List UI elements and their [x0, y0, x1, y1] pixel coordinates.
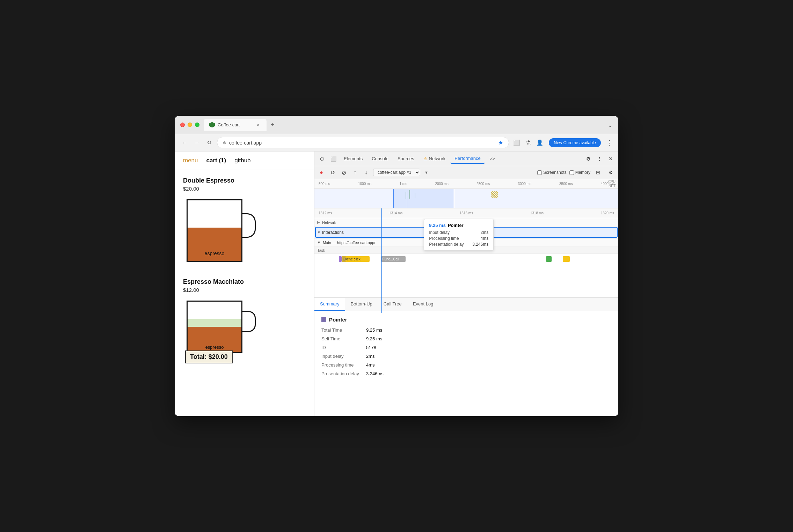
event-bar-fl[interactable] [342, 256, 346, 262]
perf-gear-icon[interactable]: ⚙ [606, 168, 616, 177]
minimize-button[interactable] [188, 123, 192, 127]
menu-nav-link[interactable]: menu [183, 157, 198, 164]
back-button[interactable]: ← [180, 138, 189, 147]
summary-presentation-delay: Presentation delay 3.246ms [321, 371, 611, 376]
ruler-label-1500: 1 ms [400, 182, 407, 186]
maximize-button[interactable] [195, 123, 199, 127]
new-tab-button[interactable]: + [268, 120, 277, 130]
selection-line [407, 189, 407, 208]
perf-settings-icon[interactable]: ⊞ [593, 168, 603, 177]
browser-window: Coffee cart × + ⌄ ← → ↻ ⊕ coffee-cart.ap… [175, 116, 618, 416]
task-label: Task [317, 248, 325, 252]
memory-checkbox[interactable] [569, 170, 574, 175]
lock-icon: ⊕ [223, 140, 226, 145]
detail-ruler-inner: 1312 ms 1314 ms 1316 ms 1318 ms 1320 ms [319, 211, 614, 215]
tab-performance[interactable]: Performance [450, 154, 485, 164]
event-bar-click[interactable]: Event: click [342, 256, 370, 262]
screenshots-checkbox-label: Screenshots [537, 170, 567, 175]
refresh-button[interactable]: ↻ [205, 138, 213, 147]
tab-more[interactable]: >> [486, 154, 499, 163]
more-options-icon[interactable]: ⋮ [606, 139, 613, 147]
new-chrome-button[interactable]: New Chrome available [549, 138, 601, 147]
product-2: Espresso Macchiato $12.00 espresso Total… [183, 278, 306, 367]
tooltip-input-delay: Input delay 2ms [429, 230, 488, 235]
detail-ruler-1320: 1320 ms [601, 211, 614, 215]
event-bar-ep[interactable] [339, 256, 342, 262]
summary-self-time: Self Time 9.25 ms [321, 336, 611, 341]
tab-title: Coffee cart [218, 122, 240, 127]
url-bar[interactable]: ⊕ coffee-cart.app ★ [217, 137, 509, 148]
product-2-price: $12.00 [183, 287, 306, 293]
active-tab[interactable]: Coffee cart × [204, 119, 267, 131]
product-1-image: espresso [183, 196, 260, 273]
ruler-label-3000: 3000 ms [518, 182, 531, 186]
target-dropdown-arrow[interactable]: ▼ [424, 170, 428, 175]
detail-ruler: 1312 ms 1314 ms 1316 ms 1318 ms 1320 ms [314, 208, 618, 218]
tab-event-log[interactable]: Event Log [407, 298, 439, 311]
tab-sources[interactable]: Sources [393, 154, 419, 163]
main-track-label: Main — https://coffee-cart.app/ [323, 241, 375, 245]
tooltip-name: Pointer [448, 223, 464, 228]
profile-icon[interactable]: 👤 [536, 139, 543, 146]
timeline-container: 500 ms 1000 ms 1 ms 2000 ms 2500 ms 3000… [314, 179, 618, 416]
network-track-label: Network [322, 220, 336, 224]
inspect-element-button[interactable]: ⬡ [317, 154, 327, 164]
flask-icon[interactable]: ⚗ [526, 139, 531, 146]
tab-bottom-up[interactable]: Bottom-Up [345, 298, 378, 311]
tab-call-tree[interactable]: Call Tree [378, 298, 407, 311]
network-track-chevron[interactable]: ▶ [317, 220, 320, 224]
window-chevron-icon[interactable]: ⌄ [608, 121, 613, 129]
product-1-label: espresso [188, 251, 241, 256]
main-content: menu cart (1) github Double Espresso $20… [175, 152, 618, 416]
tracks-area: ▶ Network ▼ Interactions Pointer [314, 218, 618, 297]
summary-processing-time: Processing time 4ms [321, 362, 611, 368]
extensions-icon[interactable]: ⬜ [513, 139, 520, 146]
tab-console[interactable]: Console [368, 154, 393, 163]
bottom-content: Pointer Total Time 9.25 ms Self Time 9.2… [314, 311, 618, 416]
ruler-labels: 500 ms 1000 ms 1 ms 2000 ms 2500 ms 3000… [317, 182, 616, 186]
target-select[interactable]: coffee-cart.app #1 [373, 169, 420, 176]
summary-input-delay: Input delay 2ms [321, 354, 611, 359]
detail-ruler-1314: 1314 ms [389, 211, 402, 215]
detail-ruler-1318: 1318 ms [530, 211, 544, 215]
event-bar-yellow-right[interactable] [563, 256, 570, 262]
tab-elements[interactable]: Elements [340, 154, 367, 163]
tab-network[interactable]: ⚠ Network [419, 154, 450, 163]
warning-icon: ⚠ [423, 156, 428, 161]
screenshots-checkbox[interactable] [537, 170, 542, 175]
ruler-label-1000: 1000 ms [358, 182, 371, 186]
overview-area [314, 189, 618, 208]
close-button[interactable] [180, 123, 185, 127]
tooltip-title: 9.25 ms Pointer [429, 223, 488, 228]
net-label: NET [609, 184, 616, 188]
download-button[interactable]: ↓ [362, 168, 370, 177]
clear-button[interactable]: ⊘ [340, 168, 348, 177]
task-bars-row: Event: click Func...Call [314, 254, 618, 264]
bookmark-star-icon[interactable]: ★ [498, 139, 503, 146]
performance-tooltip: 9.25 ms Pointer Input delay 2ms Processi… [424, 219, 494, 251]
ruler-label-2000: 2000 ms [435, 182, 448, 186]
upload-button[interactable]: ↑ [351, 168, 359, 177]
settings-icon[interactable]: ⚙ [583, 154, 593, 164]
event-bar-funcall[interactable]: Func...Call [381, 256, 406, 262]
bottom-tabs: Summary Bottom-Up Call Tree Event Log [314, 298, 618, 311]
tab-close-button[interactable]: × [255, 122, 261, 128]
product-2-name: Espresso Macchiato [183, 278, 306, 286]
cart-nav-link[interactable]: cart (1) [206, 157, 226, 164]
tab-summary[interactable]: Summary [314, 298, 345, 311]
github-nav-link[interactable]: github [234, 157, 250, 164]
website-panel: menu cart (1) github Double Espresso $20… [175, 152, 314, 416]
device-toggle-button[interactable]: ⬜ [328, 154, 338, 164]
address-bar: ← → ↻ ⊕ coffee-cart.app ★ ⬜ ⚗ 👤 New Chro… [175, 134, 618, 152]
more-dots-icon[interactable]: ⋮ [595, 154, 604, 164]
forward-button[interactable]: → [193, 138, 201, 147]
reload-record-button[interactable]: ↺ [328, 168, 337, 177]
cpu-label: CPU [608, 180, 616, 184]
record-button[interactable]: ● [317, 168, 326, 177]
event-bar-green[interactable] [546, 256, 552, 262]
tooltip-presentation-delay: Presentation delay 3.246ms [429, 242, 488, 247]
main-track-chevron[interactable]: ▼ [317, 241, 321, 244]
interactions-track-label: Interactions [322, 230, 344, 235]
product-2-image: espresso Total: $20.00 [183, 297, 260, 367]
close-devtools-button[interactable]: ✕ [606, 154, 616, 164]
